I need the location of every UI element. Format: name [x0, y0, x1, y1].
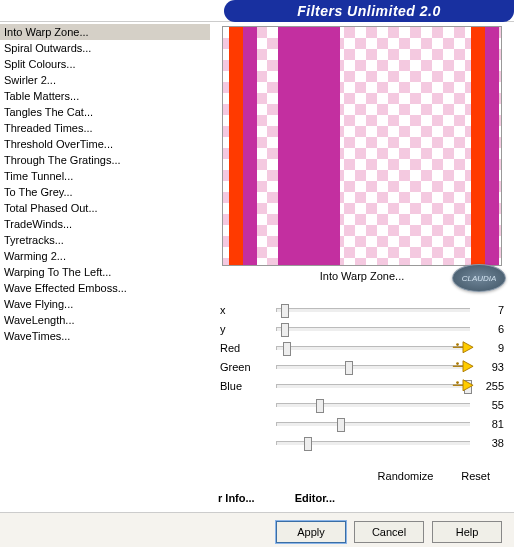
title-bar: Filters Unlimited 2.0	[0, 0, 514, 22]
slider-value: 81	[476, 418, 504, 430]
filter-item[interactable]: Threaded Times...	[0, 120, 210, 136]
editor-link[interactable]: Editor...	[295, 492, 335, 504]
slider-label: x	[220, 304, 270, 316]
slider-thumb[interactable]	[464, 380, 472, 394]
preview-label: Into Warp Zone...	[320, 270, 405, 282]
preview-stripe	[229, 27, 243, 265]
slider-track[interactable]	[276, 365, 470, 369]
filter-item[interactable]: WaveTimes...	[0, 328, 210, 344]
slider-thumb[interactable]	[281, 304, 289, 318]
slider-track[interactable]	[276, 441, 470, 445]
slider-label: Blue	[220, 380, 270, 392]
filter-item[interactable]: Tyretracks...	[0, 232, 210, 248]
reset-button[interactable]: Reset	[461, 470, 490, 482]
filter-item[interactable]: WaveLength...	[0, 312, 210, 328]
filter-item[interactable]: Time Tunnel...	[0, 168, 210, 184]
cancel-button[interactable]: Cancel	[354, 521, 424, 543]
apply-button[interactable]: Apply	[276, 521, 346, 543]
slider-value: 6	[476, 323, 504, 335]
preview-stripe	[278, 27, 340, 265]
title-swoosh: Filters Unlimited 2.0	[224, 0, 514, 22]
preview-canvas	[222, 26, 502, 266]
slider-thumb[interactable]	[345, 361, 353, 375]
filter-item[interactable]: Table Matters...	[0, 88, 210, 104]
slider-row: Green93	[220, 357, 504, 376]
filter-item[interactable]: TradeWinds...	[0, 216, 210, 232]
filter-item[interactable]: Through The Gratings...	[0, 152, 210, 168]
preview-stripe	[471, 27, 485, 265]
filter-item[interactable]: Threshold OverTime...	[0, 136, 210, 152]
filter-item[interactable]: Wave Flying...	[0, 296, 210, 312]
slider-row: 38	[220, 433, 504, 452]
preview-stripe	[485, 27, 499, 265]
slider-row: Blue255	[220, 376, 504, 395]
filter-item[interactable]: Split Colours...	[0, 56, 210, 72]
filter-item[interactable]: Total Phased Out...	[0, 200, 210, 216]
filter-item[interactable]: Warping To The Left...	[0, 264, 210, 280]
preview-stripe	[243, 27, 257, 265]
slider-thumb[interactable]	[283, 342, 291, 356]
slider-track[interactable]	[276, 308, 470, 312]
app-title: Filters Unlimited 2.0	[297, 3, 441, 19]
slider-panel: x7y6Red9Green93Blue255558138	[216, 292, 508, 464]
slider-label: y	[220, 323, 270, 335]
slider-thumb[interactable]	[316, 399, 324, 413]
slider-row: x7	[220, 300, 504, 319]
author-badge: CLAUDIA	[452, 264, 506, 292]
slider-thumb[interactable]	[304, 437, 312, 451]
filter-item[interactable]: Into Warp Zone...	[0, 24, 210, 40]
slider-track[interactable]	[276, 422, 470, 426]
slider-thumb[interactable]	[281, 323, 289, 337]
slider-value: 38	[476, 437, 504, 449]
filter-item[interactable]: To The Grey...	[0, 184, 210, 200]
help-button[interactable]: Help	[432, 521, 502, 543]
filter-item[interactable]: Spiral Outwards...	[0, 40, 210, 56]
slider-track[interactable]	[276, 327, 470, 331]
info-link[interactable]: r Info...	[218, 492, 255, 504]
slider-track[interactable]	[276, 346, 470, 350]
dialog-buttons: Apply Cancel Help	[0, 512, 514, 547]
slider-value: 9	[476, 342, 504, 354]
slider-value: 55	[476, 399, 504, 411]
slider-value: 255	[476, 380, 504, 392]
slider-label: Green	[220, 361, 270, 373]
randomize-button[interactable]: Randomize	[378, 470, 434, 482]
filter-item[interactable]: Tangles The Cat...	[0, 104, 210, 120]
slider-row: y6	[220, 319, 504, 338]
slider-value: 7	[476, 304, 504, 316]
slider-label: Red	[220, 342, 270, 354]
filter-item[interactable]: Swirler 2...	[0, 72, 210, 88]
slider-track[interactable]	[276, 384, 470, 388]
filter-item[interactable]: Warming 2...	[0, 248, 210, 264]
slider-row: Red9	[220, 338, 504, 357]
slider-row: 81	[220, 414, 504, 433]
slider-row: 55	[220, 395, 504, 414]
slider-track[interactable]	[276, 403, 470, 407]
filter-item[interactable]: Wave Effected Emboss...	[0, 280, 210, 296]
filter-list[interactable]: Into Warp Zone...Spiral Outwards...Split…	[0, 22, 210, 512]
slider-thumb[interactable]	[337, 418, 345, 432]
slider-value: 93	[476, 361, 504, 373]
